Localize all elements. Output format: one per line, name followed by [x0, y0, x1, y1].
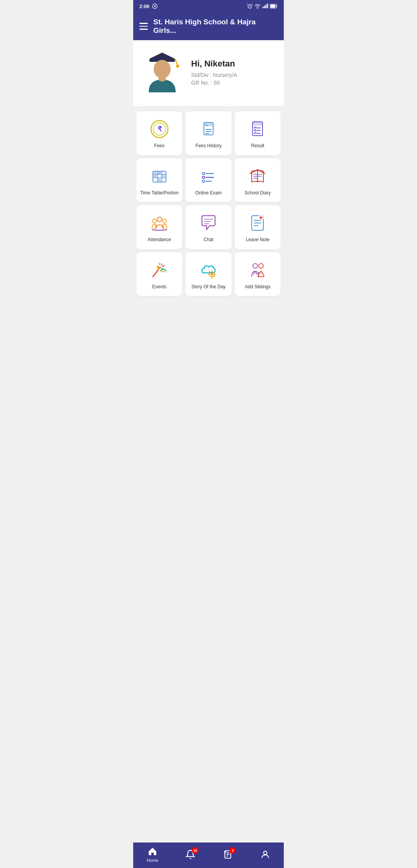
timetable-label: Time Table/Portion [140, 190, 178, 196]
header-title: St. Haris High School & Hajra Girls... [153, 18, 278, 35]
siblings-icon [247, 260, 268, 280]
attendance-icon [149, 213, 170, 233]
svg-text:₹: ₹ [157, 125, 162, 133]
gr-no: GR No. : 90 [191, 80, 276, 86]
svg-line-65 [161, 264, 162, 266]
chat-icon [198, 213, 219, 233]
result-icon [247, 119, 268, 139]
menu-button[interactable] [139, 23, 148, 30]
school-diary-icon [247, 166, 268, 186]
fees-label: Fees [154, 143, 164, 149]
battery-icon [270, 3, 278, 9]
status-bar: 2:06 [133, 0, 284, 12]
svg-point-3 [257, 8, 258, 9]
grid-item-events[interactable]: Events [136, 252, 182, 296]
svg-point-40 [202, 172, 205, 175]
chat-label: Chat [203, 237, 213, 243]
svg-rect-37 [154, 175, 157, 177]
fees-history-label: Fees History [195, 143, 221, 149]
time: 2:06 [139, 3, 149, 9]
greeting: Hi, Niketan [191, 59, 276, 69]
svg-point-53 [153, 219, 156, 223]
svg-point-80 [259, 264, 263, 268]
headphone-icon [152, 3, 158, 9]
svg-line-68 [159, 263, 160, 265]
svg-point-77 [253, 264, 258, 268]
leave-note-label: Leave Note [246, 237, 270, 243]
grid-item-school-diary[interactable]: School Diary [235, 158, 281, 203]
svg-point-15 [158, 76, 166, 82]
profile-section: Hi, Niketan Std/Div : Nursery/A GR No. :… [133, 40, 284, 106]
grid-item-chat[interactable]: Chat [185, 205, 231, 249]
avatar [141, 48, 183, 98]
alarm-icon [247, 3, 253, 9]
online-exam-label: Online Exam [195, 190, 222, 196]
svg-point-42 [202, 176, 205, 179]
svg-line-75 [209, 272, 210, 272]
svg-rect-39 [158, 179, 161, 181]
events-icon [149, 260, 170, 280]
grid-item-timetable[interactable]: Time Table/Portion [136, 158, 182, 203]
svg-point-13 [176, 65, 179, 68]
svg-rect-35 [154, 172, 157, 174]
events-label: Events [152, 284, 166, 290]
school-diary-label: School Diary [244, 190, 271, 196]
app-header: St. Haris High School & Hajra Girls... [133, 12, 284, 40]
profile-info: Hi, Niketan Std/Div : Nursery/A GR No. :… [191, 59, 276, 87]
svg-point-1 [154, 5, 156, 7]
svg-point-14 [154, 60, 171, 78]
siblings-label: Add Siblings [245, 284, 271, 290]
result-label: Result [251, 143, 264, 149]
leave-note-icon [247, 213, 268, 233]
status-right [247, 3, 278, 9]
grid-item-story[interactable]: Story Of the Day [185, 252, 231, 296]
grid-item-attendance[interactable]: Attendance [136, 205, 182, 249]
svg-rect-20 [204, 123, 213, 126]
svg-line-66 [163, 265, 164, 267]
svg-point-44 [202, 180, 205, 182]
main-content: Hi, Niketan Std/Div : Nursery/A GR No. :… [133, 40, 284, 330]
svg-marker-11 [149, 53, 175, 59]
online-exam-icon [198, 166, 219, 186]
fees-icon: ₹ [149, 119, 170, 139]
svg-rect-38 [162, 175, 165, 177]
svg-line-76 [214, 276, 215, 277]
svg-point-52 [157, 217, 162, 222]
svg-rect-4 [263, 7, 264, 8]
timetable-icon [149, 166, 170, 186]
status-left: 2:06 [139, 3, 158, 9]
grid-item-leave-note[interactable]: Leave Note [235, 205, 281, 249]
menu-grid: ₹ Fees Fees History [133, 108, 284, 299]
story-icon [198, 260, 219, 280]
svg-line-12 [175, 59, 178, 65]
avatar-image [141, 48, 183, 98]
svg-line-67 [161, 268, 164, 269]
grid-item-fees-history[interactable]: Fees History [185, 111, 231, 155]
svg-rect-9 [270, 5, 275, 8]
grid-item-add-siblings[interactable]: Add Siblings [235, 252, 281, 296]
grid-item-online-exam[interactable]: Online Exam [185, 158, 231, 203]
svg-point-54 [163, 219, 166, 223]
attendance-label: Attendance [147, 237, 171, 243]
svg-rect-7 [267, 3, 268, 8]
svg-point-70 [211, 273, 213, 276]
story-label: Story Of the Day [192, 284, 226, 290]
svg-rect-36 [158, 172, 161, 174]
svg-rect-6 [266, 5, 267, 8]
grid-item-fees[interactable]: ₹ Fees [136, 111, 182, 155]
signal-icon [262, 3, 268, 9]
grid-item-result[interactable]: Result [235, 111, 281, 155]
svg-rect-5 [264, 6, 265, 9]
std-div: Std/Div : Nursery/A [191, 72, 276, 78]
wifi-icon [254, 3, 261, 9]
svg-rect-26 [253, 122, 263, 126]
fees-history-icon [198, 119, 219, 139]
